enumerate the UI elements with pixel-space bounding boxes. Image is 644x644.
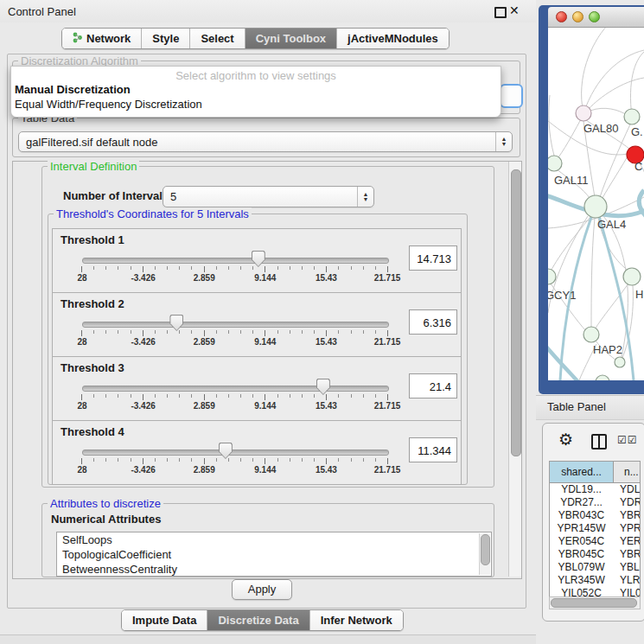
slider-thumb[interactable]	[316, 379, 330, 395]
zoom-traffic-light-icon[interactable]	[589, 11, 600, 22]
tab[interactable]: Style	[142, 29, 190, 48]
algorithm-dropdown-popup: Select algorithm to view settings Manual…	[10, 66, 501, 118]
network-node[interactable]	[548, 156, 562, 171]
select-columns-icon[interactable]: ☑☑	[617, 434, 638, 446]
network-node[interactable]	[576, 105, 591, 121]
column-header-shared-name[interactable]: shared...	[550, 462, 614, 482]
attributes-group-title: Attributes to discretize	[48, 497, 163, 510]
table-row[interactable]: YDL19... YDL1	[550, 483, 640, 496]
list-item[interactable]: SelfLoops	[57, 532, 491, 547]
tab[interactable]: Infer Network	[310, 610, 403, 630]
node-label: G.	[631, 125, 643, 138]
node-label: GAL80	[583, 122, 618, 135]
apply-button[interactable]: Apply	[232, 579, 292, 600]
list-scrollbar[interactable]	[479, 533, 490, 575]
threshold-slider[interactable]	[82, 322, 389, 328]
network-node[interactable]	[584, 195, 607, 218]
slider-thumb[interactable]	[169, 315, 183, 331]
table-data-combobox[interactable]: galFiltered.sif default node ▲▼	[18, 131, 513, 152]
network-node[interactable]	[583, 327, 599, 342]
number-of-intervals-combobox[interactable]: 5 ▲▼	[163, 186, 374, 207]
algorithm-combobox[interactable]	[500, 84, 523, 108]
network-node[interactable]	[596, 375, 609, 380]
numerical-attributes-label: Numerical Attributes	[51, 513, 161, 526]
threshold-slider[interactable]	[82, 386, 389, 392]
table-row[interactable]: YBR045C YBR0	[550, 548, 640, 561]
node-label: C	[634, 160, 642, 173]
slider-scale-labels: -3.4262.8599.14415.4321.71528	[82, 465, 387, 475]
algorithm-option[interactable]: Equal Width/Frequency Discretization	[11, 97, 501, 112]
number-of-intervals-label: Number of Intervals	[63, 189, 169, 202]
threshold-label: Threshold 2	[61, 297, 124, 310]
list-item[interactable]: TopologicalCoefficient	[57, 547, 491, 562]
tab[interactable]: Network	[62, 29, 142, 48]
table-panel-titlebar: Table Panel	[536, 395, 644, 420]
node-label: GCY1	[548, 289, 576, 302]
list-item[interactable]: BetweennessCentrality	[57, 562, 491, 577]
list-scrollbar-thumb[interactable]	[481, 534, 490, 565]
vertical-scrollbar-thumb[interactable]	[511, 169, 521, 456]
horizontal-scrollbar-thumb[interactable]	[551, 598, 637, 608]
tab[interactable]: Select	[190, 29, 245, 48]
control-panel-tabs: NetworkStyleSelectCyni ToolboxjActiveMNo…	[61, 28, 450, 49]
control-panel-bottom-edge	[0, 634, 536, 644]
network-graph	[548, 28, 644, 380]
slider-scale-labels: -3.4262.8599.14415.4321.71528	[82, 273, 387, 284]
table-row[interactable]: YLR345W YLR3	[550, 574, 640, 587]
numerical-attributes-list[interactable]: SelfLoopsTopologicalCoefficientBetweenne…	[56, 532, 492, 577]
attributes-group: Attributes to discretize Numerical Attri…	[41, 503, 494, 577]
table-panel-title: Table Panel	[547, 400, 606, 413]
node-attribute-table[interactable]: shared... n... YDL19... YDL1 YDR27... YD…	[549, 461, 641, 598]
network-node[interactable]	[548, 269, 556, 284]
tab[interactable]: Impute Data	[122, 610, 207, 630]
table-row[interactable]: YBL079W YBL0	[550, 561, 640, 574]
table-toolbar: ⚙ ☑☑	[543, 424, 644, 460]
slider-thumb[interactable]	[219, 443, 233, 459]
table-data-value: galFiltered.sif default node	[19, 136, 495, 149]
vertical-scrollbar[interactable]	[508, 162, 521, 577]
algorithm-option[interactable]: Manual Discretization	[11, 82, 501, 97]
slider-thumb[interactable]	[252, 251, 265, 267]
table-data-group: Table Data galFiltered.sif default node …	[12, 118, 520, 157]
horizontal-scrollbar[interactable]	[549, 596, 641, 609]
table-row[interactable]: YDR27... YDR2	[550, 496, 640, 509]
tab[interactable]: Cyni Toolbox	[245, 29, 337, 48]
threshold-slider[interactable]	[82, 258, 389, 264]
interval-definition-group-title: Interval Definition	[48, 160, 139, 173]
threshold-panel: Threshold 3 -3.4262.8599.14415.4321.7152…	[52, 356, 462, 421]
network-canvas[interactable]: GAL80 G. C GAL11 GAL4 GCY1 H HAP2	[548, 28, 644, 380]
number-of-intervals-value: 5	[163, 190, 357, 203]
threshold-value-field[interactable]: 6.316	[409, 309, 457, 335]
column-header-name[interactable]: n...	[614, 462, 640, 482]
table-row[interactable]: YBR043C YBR0	[550, 509, 640, 522]
stepper-arrows-icon: ▲▼	[495, 132, 512, 151]
minimize-traffic-light-icon[interactable]	[572, 11, 583, 22]
network-window-titlebar[interactable]	[548, 7, 644, 28]
tab[interactable]: jActiveMNodules	[337, 29, 449, 48]
threshold-label: Threshold 1	[61, 233, 124, 246]
network-node[interactable]	[623, 268, 641, 285]
tab[interactable]: Discretize Data	[207, 610, 309, 630]
network-node[interactable]	[615, 357, 625, 367]
control-panel-title: Control Panel	[8, 5, 76, 18]
threshold-value-field[interactable]: 21.4	[409, 373, 457, 399]
table-row[interactable]: YER054C YER0	[550, 535, 640, 548]
network-icon	[73, 32, 82, 46]
close-traffic-light-icon[interactable]	[556, 11, 567, 22]
table-row[interactable]: YPR145W YPR1	[550, 522, 640, 535]
algorithm-dropdown-hint: Select algorithm to view settings	[11, 69, 501, 82]
gear-icon[interactable]: ⚙	[558, 430, 573, 450]
network-view-window[interactable]: GAL80 G. C GAL11 GAL4 GCY1 H HAP2	[539, 5, 644, 394]
threshold-panel: Threshold 1 -3.4262.8599.14415.4321.7152…	[52, 228, 462, 293]
node-label: GAL4	[597, 218, 626, 231]
node-label: GAL11	[554, 174, 589, 187]
threshold-value-field[interactable]: 14.713	[409, 245, 457, 271]
float-window-icon[interactable]	[494, 7, 507, 18]
split-columns-icon[interactable]	[591, 434, 607, 450]
threshold-value-field[interactable]: 11.344	[409, 437, 457, 462]
threshold-panel: Threshold 2 -3.4262.8599.14415.4321.7152…	[52, 292, 462, 357]
close-icon[interactable]: ✕	[509, 3, 520, 17]
threshold-slider[interactable]	[82, 450, 389, 456]
network-node[interactable]	[624, 109, 640, 124]
threshold-label: Threshold 3	[61, 361, 124, 374]
